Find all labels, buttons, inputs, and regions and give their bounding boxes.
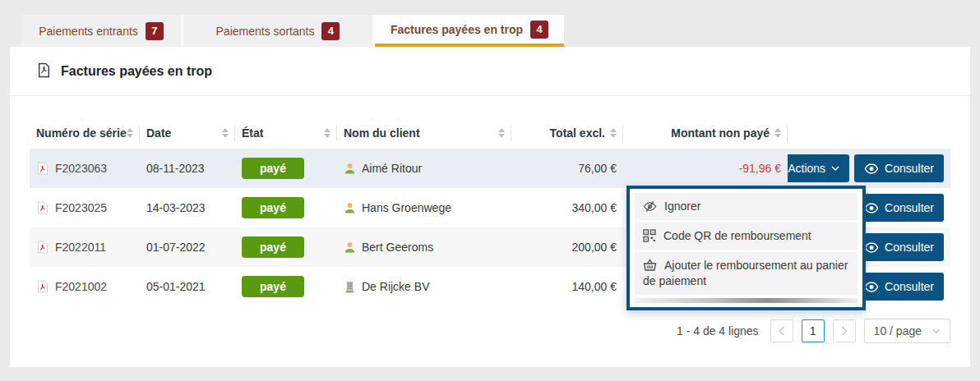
client-name: Aimé Ritour xyxy=(362,162,422,175)
person-icon xyxy=(344,241,356,254)
status-badge: payé xyxy=(242,236,304,258)
menu-item-ignore[interactable]: Ignorer xyxy=(635,193,858,220)
tab-label: Paiements sortants xyxy=(216,25,315,38)
count-badge: 7 xyxy=(146,22,164,40)
table-row[interactable]: F2023063 08-11-2023 payé Aimé Ritour 76,… xyxy=(30,149,950,188)
invoice-serial: F2021002 xyxy=(55,280,107,293)
invoice-serial: F2023025 xyxy=(55,201,107,214)
menu-item-qr-refund[interactable]: Code QR de remboursement xyxy=(635,223,858,250)
sort-icon[interactable] xyxy=(324,128,331,138)
consult-button[interactable]: Consulter xyxy=(854,273,944,301)
column-header-actions xyxy=(788,117,950,149)
total-excl-value: 140,00 € xyxy=(572,280,617,293)
column-header-total[interactable]: Total excl. xyxy=(511,117,623,149)
client-name: Hans Groenwege xyxy=(362,201,451,214)
tab-factures-payees-en-trop[interactable]: Factures payées en trop 4 xyxy=(375,15,564,47)
table-header-row: Numéro de série Date État Nom du client … xyxy=(30,117,950,149)
tabs-bar: Paiements entrants 7 Paiements sortants … xyxy=(21,15,564,47)
page-number-button[interactable]: 1 xyxy=(802,319,825,342)
pagination-summary: 1 - 4 de 4 lignes xyxy=(677,324,759,337)
pdf-file-icon xyxy=(36,201,49,214)
consult-button[interactable]: Consulter xyxy=(854,194,944,222)
tab-label: Factures payées en trop xyxy=(391,23,523,36)
actions-button[interactable]: Actions xyxy=(788,154,849,182)
dropdown-scrollbar[interactable] xyxy=(635,298,858,303)
building-icon xyxy=(344,281,356,293)
page-size-select[interactable]: 10 / page xyxy=(864,319,950,343)
status-badge: payé xyxy=(242,276,304,297)
sort-icon[interactable] xyxy=(774,128,781,138)
invoice-date: 08-11-2023 xyxy=(146,162,205,175)
menu-item-add-refund-to-cart[interactable]: Ajouter le remboursement au panier de pa… xyxy=(635,252,858,295)
consult-button[interactable]: Consulter xyxy=(854,233,944,261)
invoice-serial: F2022011 xyxy=(55,241,106,254)
basket-icon xyxy=(643,259,657,272)
sort-icon[interactable] xyxy=(222,128,229,138)
pdf-file-icon xyxy=(36,280,49,293)
section-header: Factures payées en trop xyxy=(10,47,970,96)
chevron-down-icon xyxy=(831,166,839,171)
sort-icon[interactable] xyxy=(498,128,505,138)
count-badge: 4 xyxy=(530,21,548,39)
total-excl-value: 340,00 € xyxy=(572,201,617,214)
actions-dropdown: Ignorer Code QR de remboursement Ajouter… xyxy=(626,186,866,310)
tab-paiements-sortants[interactable]: Paiements sortants 4 xyxy=(183,15,372,47)
total-excl-value: 76,00 € xyxy=(578,162,617,175)
page-title: Factures payées en trop xyxy=(61,64,212,79)
status-badge: payé xyxy=(242,158,304,179)
qr-code-icon xyxy=(643,229,656,242)
pdf-document-icon xyxy=(36,62,52,80)
column-header-status[interactable]: État xyxy=(235,117,337,149)
next-page-button[interactable] xyxy=(833,319,856,342)
chevron-right-icon xyxy=(841,326,848,336)
invoice-serial: F2023063 xyxy=(55,162,107,175)
pdf-file-icon xyxy=(36,162,49,175)
client-name: De Rijcke BV xyxy=(362,280,429,293)
eye-icon xyxy=(864,203,879,213)
eye-icon xyxy=(864,163,879,174)
eye-off-icon xyxy=(643,200,657,213)
person-icon xyxy=(344,163,356,175)
column-header-client[interactable]: Nom du client xyxy=(337,117,511,149)
column-header-unpaid[interactable]: Montant non payé xyxy=(623,117,788,149)
total-excl-value: 200,00 € xyxy=(572,241,617,254)
status-badge: payé xyxy=(242,197,304,218)
chevron-left-icon xyxy=(779,326,785,336)
column-header-date[interactable]: Date xyxy=(140,117,235,149)
unpaid-amount: -91,96 € xyxy=(739,162,781,175)
invoice-date: 14-03-2023 xyxy=(146,201,206,214)
count-badge: 4 xyxy=(321,22,340,40)
client-name: Bert Geeroms xyxy=(362,241,433,254)
eye-icon xyxy=(864,242,879,253)
previous-page-button[interactable] xyxy=(770,319,793,342)
person-icon xyxy=(344,202,356,214)
column-header-serial[interactable]: Numéro de série xyxy=(30,117,140,149)
eye-icon xyxy=(864,282,879,292)
tab-label: Paiements entrants xyxy=(39,25,138,38)
consult-button[interactable]: Consulter xyxy=(854,154,944,182)
tab-paiements-entrants[interactable]: Paiements entrants 7 xyxy=(21,15,181,47)
pdf-file-icon xyxy=(36,241,49,254)
invoice-date: 05-01-2021 xyxy=(146,280,206,293)
sort-icon[interactable] xyxy=(610,128,617,138)
pagination: 1 - 4 de 4 lignes 1 10 / page xyxy=(30,319,950,343)
sort-icon[interactable] xyxy=(127,128,133,138)
chevron-down-icon xyxy=(932,328,941,333)
invoice-date: 01-07-2022 xyxy=(146,241,206,254)
